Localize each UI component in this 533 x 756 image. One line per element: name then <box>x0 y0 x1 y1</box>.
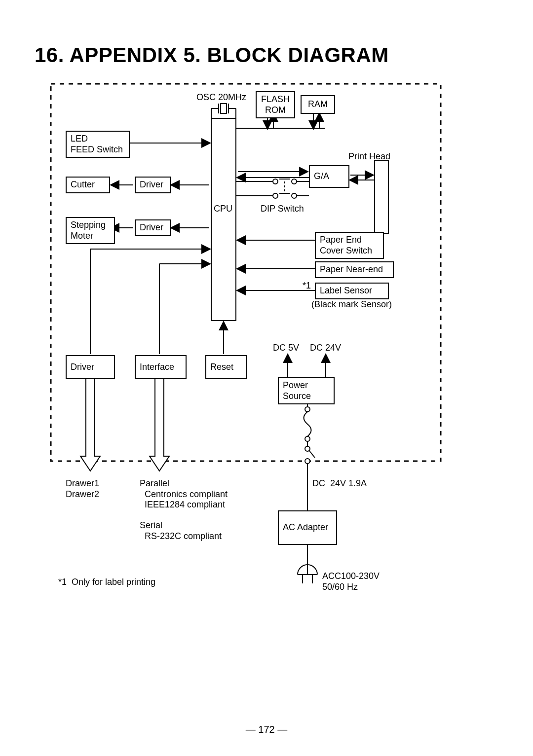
svg-point-46 <box>305 407 310 412</box>
svg-rect-4 <box>221 104 227 113</box>
cpu-label: CPU <box>214 204 232 215</box>
page-footer: — 172 — <box>0 724 533 735</box>
star1: *1 <box>303 281 311 291</box>
footnote: *1 Only for label printing <box>58 577 155 588</box>
black-mark-label: (Black mark Sensor) <box>311 299 392 310</box>
svg-point-25 <box>292 179 297 184</box>
driver3-box: Driver <box>66 355 115 379</box>
ac-adapter-box: AC Adapter <box>278 510 337 545</box>
svg-rect-1 <box>211 118 236 321</box>
stepping-motor-box: Stepping Moter <box>66 217 115 244</box>
svg-line-50 <box>309 450 315 458</box>
paper-near-end-box: Paper Near-end <box>315 261 394 278</box>
reset-box: Reset <box>205 355 247 379</box>
driver2-box: Driver <box>135 219 171 236</box>
page-title: 16. APPENDIX 5. BLOCK DIAGRAM <box>35 43 498 67</box>
acc-label: ACC100-230V 50/60 Hz <box>322 571 380 592</box>
parallel-label: Parallel Centronics compliant IEEE1284 c… <box>140 478 228 510</box>
ram-box: RAM <box>301 95 335 114</box>
dc24v-label: DC 24V <box>310 343 341 354</box>
svg-point-29 <box>273 193 278 198</box>
block-diagram: OSC 20MHz FLASH ROM RAM LED FEED Switch … <box>48 81 443 624</box>
led-feed-box: LED FEED Switch <box>66 131 130 158</box>
label-sensor-box: Label Sensor <box>315 283 389 299</box>
cutter-box: Cutter <box>66 177 110 193</box>
ga-box: G/A <box>309 165 349 188</box>
dc5v-label: DC 5V <box>273 343 299 354</box>
svg-point-47 <box>305 436 310 441</box>
power-source-box: Power Source <box>278 377 335 404</box>
flash-rom-box: FLASH ROM <box>256 91 295 118</box>
serial-label: Serial RS-232C compliant <box>140 520 222 541</box>
dc24-1p9a-label: DC 24V 1.9A <box>312 478 367 489</box>
svg-point-31 <box>292 193 297 198</box>
print-head-box <box>374 160 389 234</box>
svg-point-51 <box>305 459 310 464</box>
osc-label: OSC 20MHz <box>196 92 246 103</box>
dip-switch-label: DIP Switch <box>261 204 304 215</box>
paper-end-box: Paper End Cover Switch <box>315 232 384 259</box>
drawer-label: Drawer1 Drawer2 <box>66 478 99 500</box>
svg-point-23 <box>273 179 278 184</box>
interface-box: Interface <box>135 355 187 379</box>
driver1-box: Driver <box>135 177 171 193</box>
